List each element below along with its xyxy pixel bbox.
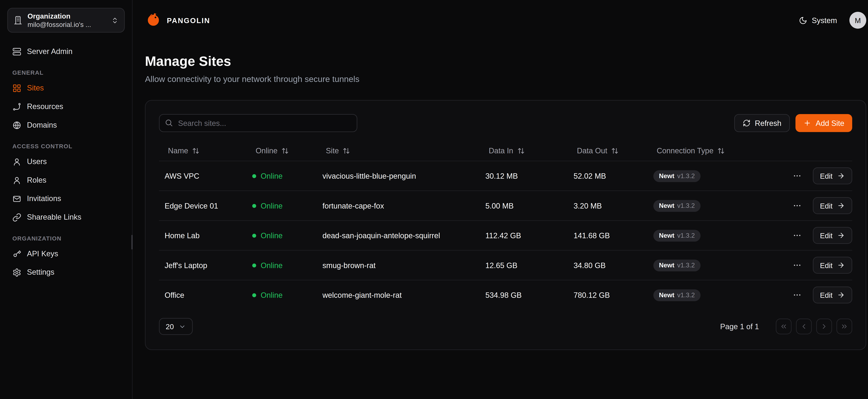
online-status-cell: Online xyxy=(247,291,317,299)
user-icon xyxy=(12,157,21,166)
next-page-button[interactable] xyxy=(816,318,832,334)
site-name-cell: Edge Device 01 xyxy=(159,202,247,210)
connection-type-cell: Newt v1.3.2 xyxy=(648,289,778,301)
sidebar-item-server-admin[interactable]: Server Admin xyxy=(7,42,125,61)
edit-button[interactable]: Edit xyxy=(813,167,852,184)
main-area: PANGOLIN System M Manage Sites Allow con… xyxy=(133,0,868,399)
connection-type-cell: Newt v1.3.2 xyxy=(648,200,778,212)
online-status-cell: Online xyxy=(247,172,317,180)
data-out-cell: 34.80 GB xyxy=(568,261,648,270)
connection-type-name: Newt xyxy=(659,232,675,239)
sort-icon xyxy=(517,147,524,155)
card-footer: 20 Page 1 of 1 xyxy=(159,318,852,335)
row-menu-button[interactable] xyxy=(793,201,802,210)
connection-type-name: Newt xyxy=(659,202,675,209)
app-window: Organization milo@fossorial.io's ... Ser… xyxy=(0,0,868,399)
edit-button-label: Edit xyxy=(820,291,833,299)
row-menu-button[interactable] xyxy=(793,290,802,300)
pangolin-logo-icon xyxy=(145,12,162,29)
column-header-online[interactable]: Online xyxy=(247,147,317,155)
column-header-name[interactable]: Name xyxy=(159,147,247,155)
chevron-down-icon xyxy=(179,323,186,330)
add-site-button[interactable]: Add Site xyxy=(796,114,852,132)
sidebar-item-sites[interactable]: Sites xyxy=(7,79,125,97)
search-input[interactable] xyxy=(159,114,357,132)
sort-icon xyxy=(281,147,289,155)
sidebar-scrollbar-thumb[interactable] xyxy=(131,235,132,249)
user-role-icon xyxy=(12,176,21,185)
online-dot xyxy=(252,174,256,178)
sidebar-item-shareable-links[interactable]: Shareable Links xyxy=(7,208,125,226)
site-name-cell: AWS VPC xyxy=(159,172,247,180)
sidebar-nav: Server Admin GENERAL Sites Resources Dom… xyxy=(7,42,125,282)
data-out-cell: 52.02 MB xyxy=(568,172,648,180)
sidebar-item-users[interactable]: Users xyxy=(7,152,125,171)
online-status-cell: Online xyxy=(247,261,317,270)
sort-icon xyxy=(611,147,619,155)
row-menu-button[interactable] xyxy=(793,231,802,240)
sidebar-item-api-keys[interactable]: API Keys xyxy=(7,244,125,263)
tunnel-id-cell: smug-brown-rat xyxy=(317,261,479,270)
sidebar-item-label: Resources xyxy=(27,102,63,111)
edit-button[interactable]: Edit xyxy=(813,257,852,274)
page-subtitle: Allow connectivity to your network throu… xyxy=(145,73,866,84)
column-header-label: Name xyxy=(168,147,188,155)
pagination: Page 1 of 1 xyxy=(720,318,852,334)
column-header-data-in[interactable]: Data In xyxy=(480,147,568,155)
add-site-button-label: Add Site xyxy=(816,119,844,127)
brand[interactable]: PANGOLIN xyxy=(145,12,210,29)
edit-button[interactable]: Edit xyxy=(813,286,852,303)
first-page-button[interactable] xyxy=(776,318,792,334)
online-status-label: Online xyxy=(261,291,283,299)
column-header-site[interactable]: Site xyxy=(317,147,479,155)
card-toolbar: Refresh Add Site xyxy=(159,114,852,132)
online-status-cell: Online xyxy=(247,202,317,210)
sidebar-item-settings[interactable]: Settings xyxy=(7,263,125,281)
last-page-button[interactable] xyxy=(836,318,852,334)
sites-table: Name Online Site Data In xyxy=(159,141,852,310)
row-menu-button[interactable] xyxy=(793,172,802,180)
avatar[interactable]: M xyxy=(849,12,866,29)
page-size-select[interactable]: 20 xyxy=(159,318,193,335)
row-actions-cell: Edit xyxy=(778,197,852,214)
online-status-label: Online xyxy=(261,202,283,210)
sort-icon xyxy=(343,147,350,155)
arrow-right-icon xyxy=(837,202,845,210)
sidebar-item-resources[interactable]: Resources xyxy=(7,97,125,116)
edit-button-label: Edit xyxy=(820,261,833,270)
sidebar-item-label: Domains xyxy=(27,121,57,129)
row-actions-cell: Edit xyxy=(778,167,852,184)
data-in-cell: 12.65 GB xyxy=(480,261,568,270)
row-actions-cell: Edit xyxy=(778,257,852,274)
previous-page-button[interactable] xyxy=(796,318,812,334)
row-menu-button[interactable] xyxy=(793,261,802,270)
connection-type-badge: Newt v1.3.2 xyxy=(653,289,700,301)
column-header-connection-type[interactable]: Connection Type xyxy=(648,147,778,155)
online-status-label: Online xyxy=(261,231,283,240)
chevrons-right-icon xyxy=(840,323,848,330)
section-label-organization: ORGANIZATION xyxy=(12,235,120,242)
online-dot xyxy=(252,234,256,238)
sidebar-item-domains[interactable]: Domains xyxy=(7,116,125,134)
edit-button[interactable]: Edit xyxy=(813,227,852,244)
arrow-right-icon xyxy=(837,261,845,269)
connection-type-badge: Newt v1.3.2 xyxy=(653,200,700,212)
sidebar-item-invitations[interactable]: Invitations xyxy=(7,189,125,208)
arrow-right-icon xyxy=(837,172,845,180)
search-icon xyxy=(164,119,173,127)
edit-button[interactable]: Edit xyxy=(813,197,852,214)
table-header-row: Name Online Site Data In xyxy=(159,141,852,161)
column-header-data-out[interactable]: Data Out xyxy=(568,147,648,155)
connection-type-name: Newt xyxy=(659,172,675,180)
org-selector[interactable]: Organization milo@fossorial.io's ... xyxy=(7,8,125,32)
theme-toggle[interactable]: System xyxy=(799,16,837,25)
page-info: Page 1 of 1 xyxy=(720,322,759,331)
sites-card: Refresh Add Site Name Online xyxy=(145,100,866,350)
site-name-cell: Office xyxy=(159,291,247,299)
sidebar-item-roles[interactable]: Roles xyxy=(7,171,125,189)
org-selector-text: Organization milo@fossorial.io's ... xyxy=(28,11,106,29)
connection-type-badge: Newt v1.3.2 xyxy=(653,170,700,182)
refresh-button[interactable]: Refresh xyxy=(734,114,790,132)
connection-type-name: Newt xyxy=(659,262,675,269)
online-dot xyxy=(252,204,256,208)
